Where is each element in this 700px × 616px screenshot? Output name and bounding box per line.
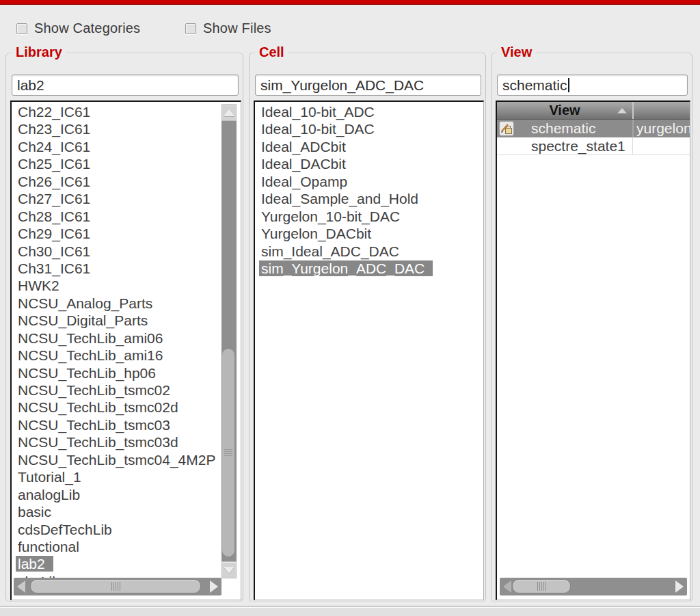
list-item[interactable]: NCSU_TechLib_tsmc02d <box>16 399 241 416</box>
list-item[interactable]: NCSU_TechLib_tsmc03d <box>16 433 241 451</box>
table-row[interactable]: spectre_state1 <box>497 137 690 155</box>
library-panel: Library Ch22_IC61 Ch23_IC61 Ch24_IC61 Ch… <box>5 53 243 602</box>
scroll-left-arrow-icon[interactable] <box>503 580 511 593</box>
view-cell: schematic <box>497 120 632 137</box>
sort-ascending-icon[interactable] <box>617 108 627 113</box>
list-item[interactable]: Ideal_Opamp <box>259 173 483 190</box>
list-item-selected[interactable]: sim_Yurgelon_ADC_DAC <box>259 260 483 277</box>
list-item[interactable]: functional <box>16 538 241 555</box>
list-item[interactable]: Ch28_IC61 <box>16 208 241 225</box>
list-item[interactable]: NCSU_TechLib_hp06 <box>16 364 241 381</box>
show-files-checkbox[interactable] <box>185 23 196 34</box>
list-item[interactable]: Ch30_IC61 <box>16 243 241 260</box>
scroll-up-arrow-icon[interactable] <box>221 104 237 121</box>
library-filter-input[interactable] <box>12 75 239 96</box>
list-item[interactable]: basic <box>16 503 241 520</box>
scroll-down-arrow-icon[interactable] <box>221 561 237 578</box>
list-item[interactable]: Tutorial_1 <box>16 468 241 485</box>
list-item[interactable]: Ch31_IC61 <box>16 260 241 277</box>
list-item[interactable]: Ch23_IC61 <box>16 120 241 137</box>
view-horizontal-scrollbar[interactable] <box>500 578 687 595</box>
library-manager-window: Show Categories Show Files Library Ch22_… <box>0 0 700 616</box>
vertical-scroll-thumb[interactable] <box>221 348 235 557</box>
detail-cell: yurgelon <box>632 120 690 137</box>
text-cursor <box>568 78 569 92</box>
cell-filter-input[interactable] <box>255 75 481 96</box>
library-items: Ch22_IC61 Ch23_IC61 Ch24_IC61 Ch25_IC61 … <box>12 102 241 590</box>
view-cell: spectre_state1 <box>497 137 632 155</box>
list-item[interactable]: NCSU_TechLib_tsmc03 <box>16 416 241 433</box>
horizontal-scroll-thumb[interactable] <box>30 579 201 593</box>
list-item[interactable]: Ideal_ADCbit <box>259 138 483 155</box>
view-table-header[interactable]: View <box>497 102 690 120</box>
library-horizontal-scrollbar[interactable] <box>14 578 221 595</box>
list-item[interactable]: Yurgelon_10-bit_DAC <box>259 208 483 225</box>
show-categories-checkbox-row[interactable]: Show Categories <box>16 21 140 36</box>
window-accent-bar <box>0 0 700 5</box>
list-item[interactable]: HWK2 <box>16 277 241 294</box>
list-item[interactable]: NCSU_TechLib_ami16 <box>16 347 241 364</box>
list-item[interactable]: Ch24_IC61 <box>16 138 241 155</box>
horizontal-scroll-thumb[interactable] <box>512 579 571 593</box>
list-item[interactable]: Ideal_10-bit_DAC <box>259 120 483 137</box>
list-item[interactable]: NCSU_TechLib_tsmc02 <box>16 381 241 399</box>
list-item[interactable]: Yurgelon_DACbit <box>259 225 483 242</box>
list-item[interactable]: Ideal_DACbit <box>259 155 483 172</box>
library-vertical-scrollbar[interactable] <box>221 104 237 578</box>
show-categories-checkbox[interactable] <box>16 23 27 34</box>
vertical-scroll-track[interactable] <box>221 121 237 561</box>
list-item[interactable]: analogLib <box>16 486 241 503</box>
list-item[interactable]: Ch27_IC61 <box>16 190 241 207</box>
view-panel-title: View <box>497 44 536 60</box>
view-panel: View schematic View <box>491 53 692 602</box>
list-item[interactable]: Ideal_10-bit_ADC <box>259 103 483 120</box>
scroll-right-arrow-icon[interactable] <box>675 580 684 593</box>
list-item[interactable]: Ch22_IC61 <box>16 103 241 120</box>
scroll-left-arrow-icon[interactable] <box>17 580 25 593</box>
library-panel-title: Library <box>12 44 66 60</box>
view-table: View <box>497 102 690 575</box>
view-table-container: View <box>496 101 690 600</box>
list-item-selected[interactable]: lab2 <box>16 555 241 572</box>
list-item[interactable]: sim_Ideal_ADC_DAC <box>259 243 483 260</box>
list-item[interactable]: Ideal_Sample_and_Hold <box>259 190 483 207</box>
library-list: Ch22_IC61 Ch23_IC61 Ch24_IC61 Ch25_IC61 … <box>10 101 241 600</box>
detail-column-header[interactable] <box>632 102 690 119</box>
list-item[interactable]: Ch29_IC61 <box>16 225 241 242</box>
cell-items: Ideal_10-bit_ADC Ideal_10-bit_DAC Ideal_… <box>255 102 483 277</box>
cell-list: Ideal_10-bit_ADC Ideal_10-bit_DAC Ideal_… <box>254 101 484 600</box>
cell-panel-title: Cell <box>255 44 288 60</box>
show-files-checkbox-row[interactable]: Show Files <box>185 21 271 36</box>
view-filter-value: schematic <box>502 77 567 94</box>
show-files-label: Show Files <box>203 21 271 36</box>
view-column-header[interactable]: View <box>497 102 632 119</box>
cell-panel: Cell Ideal_10-bit_ADC Ideal_10-bit_DAC I… <box>249 53 486 602</box>
toolbar: Show Categories Show Files <box>0 21 700 41</box>
list-item[interactable]: NCSU_Digital_Parts <box>16 312 241 329</box>
detail-cell <box>632 137 690 155</box>
window-bottom-strip <box>0 607 700 616</box>
list-item[interactable]: NCSU_TechLib_ami06 <box>16 330 241 347</box>
schematic-view-icon <box>499 121 514 136</box>
list-item[interactable]: Ch25_IC61 <box>16 155 241 172</box>
table-row-selected[interactable]: schematic yurgelon <box>497 120 690 137</box>
view-filter-input[interactable]: schematic <box>497 75 688 96</box>
list-item[interactable]: NCSU_TechLib_tsmc04_4M2P <box>16 451 241 468</box>
list-item[interactable]: NCSU_Analog_Parts <box>16 295 241 312</box>
list-item[interactable]: cdsDefTechLib <box>16 521 241 538</box>
list-item[interactable]: Ch26_IC61 <box>16 173 241 190</box>
scroll-right-arrow-icon[interactable] <box>210 580 218 593</box>
show-categories-label: Show Categories <box>34 21 140 36</box>
